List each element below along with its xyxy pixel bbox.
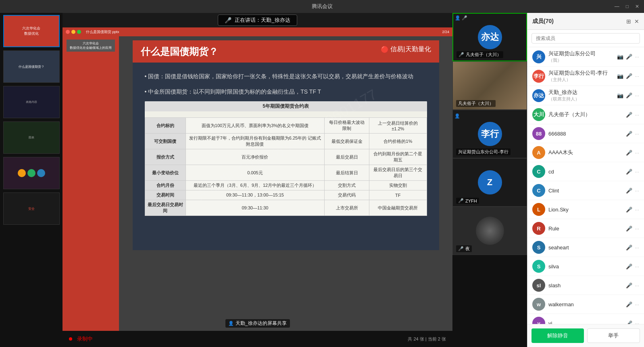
member-more-icon[interactable]: ···	[635, 320, 639, 324]
member-more-icon[interactable]: ···	[635, 282, 639, 288]
member-mic-icon[interactable]: 🎤	[626, 169, 632, 175]
member-mic-icon[interactable]: 🎤	[626, 73, 632, 79]
video-list: 亦达 🎤 凡夫俗子（大川） 👤 🎤 凡夫俗子（大川） 李行	[452, 13, 527, 347]
mic-icon-1: 🎤	[462, 15, 467, 21]
member-item: Sseaheart🎤···	[527, 238, 644, 257]
ppt-table-cell: 合约月份	[145, 181, 185, 190]
members-title: 成员(70)	[532, 18, 554, 25]
member-item: wwalkerman🎤···	[527, 295, 644, 314]
ppt-logo: 🔴 信易|天勤量化	[381, 45, 431, 54]
slide-thumb-5[interactable]	[3, 157, 60, 189]
member-mic-icon[interactable]: 🎤	[626, 188, 632, 194]
bottom-bar: 录制中 共 24 张 | 当前 2 张	[63, 331, 452, 347]
ppt-table-cell: 可交割国债	[145, 134, 185, 149]
members-controls: ⊞ ✕	[626, 18, 639, 25]
member-mic-icon[interactable]: 🎤	[626, 207, 632, 213]
members-search-input[interactable]	[531, 33, 640, 44]
member-mic-icon[interactable]: 🎤	[626, 112, 632, 118]
ppt-table-cell: 交易代码	[325, 190, 369, 200]
slides-panel: 六次华化会数据优化 什么是国债期货？ 表格内容 图表 安全	[0, 13, 63, 347]
member-avatar: sl	[532, 279, 545, 292]
member-avatar: R	[532, 222, 545, 235]
members-header: 成员(70) ⊞ ✕	[527, 13, 644, 30]
member-mic-icon[interactable]: 🎤	[626, 150, 632, 156]
maximize-button[interactable]: □	[624, 4, 630, 9]
minimize-button[interactable]: —	[613, 4, 621, 9]
speaking-indicator: 🎤 正在讲话：天勤_徐亦达	[218, 15, 297, 26]
member-avatar: 88	[532, 127, 545, 140]
member-name: slash	[548, 282, 623, 288]
ppt-table-cell: 最近的三个季月（3月、6月、9月、12月中的最近三个月循环）	[185, 181, 324, 190]
slide-thumb-2[interactable]: 什么是国债期货？	[3, 50, 60, 83]
slide-thumb-1[interactable]: 六次华化会数据优化	[3, 15, 60, 47]
members-layout-btn[interactable]: ⊞	[626, 18, 631, 25]
speaking-mic-icon: 🎤	[225, 17, 231, 23]
ppt-table-cell: 上一交易日结算价的±1.2%	[369, 118, 427, 134]
member-camera-icon[interactable]: 📷	[617, 54, 623, 60]
avatar-yida: 亦达	[478, 25, 502, 49]
member-mic-icon[interactable]: 🎤	[626, 263, 632, 270]
raise-hand-button[interactable]: 举手	[587, 328, 640, 343]
member-mic-icon[interactable]: 🎤	[626, 226, 632, 232]
member-more-icon[interactable]: ···	[635, 301, 639, 307]
title-bar: 腾讯会议 — □ ✕	[0, 0, 644, 13]
member-more-icon[interactable]: ···	[635, 150, 639, 156]
slide-thumb-4[interactable]: 图表	[3, 121, 60, 154]
member-more-icon[interactable]: ···	[635, 169, 639, 175]
ppt-table-cell: 实物交割	[369, 181, 427, 190]
members-close-btn[interactable]: ✕	[634, 18, 639, 25]
ppt-bullet-2: • 中金所国债期货：以不同到期时限国债为标的的金融衍生品，TS TF T	[145, 86, 427, 97]
member-more-icon[interactable]: ···	[635, 226, 639, 232]
member-more-icon[interactable]: ···	[635, 207, 639, 213]
ppt-table-container: 5年期国债期货合约表 合约标的面值为100万元人民币、票面利率为3%的名义中期国…	[145, 101, 427, 216]
app-filename: 什么是国债期货.pptx	[86, 29, 119, 35]
member-mic-icon[interactable]: 🎤	[626, 320, 632, 324]
member-mic-icon[interactable]: 🎤	[626, 92, 632, 98]
video-name-lixing: 兴证期货山东分公司-李行	[456, 148, 511, 155]
close-button[interactable]: ✕	[634, 4, 641, 9]
member-more-icon[interactable]: ···	[635, 245, 639, 251]
member-mic-icon[interactable]: 🎤	[626, 131, 632, 137]
member-avatar: 兴	[532, 50, 545, 63]
mic-icon-zyfh: 🎤	[458, 198, 464, 203]
slide-thumb-6[interactable]: 安全	[3, 192, 60, 225]
member-mic-icon[interactable]: 🎤	[626, 282, 632, 288]
center-area: 🎤 正在讲话：天勤_徐亦达 什么是国债期货.pptx 2/24 什么是国债	[63, 13, 452, 347]
member-more-icon[interactable]: ···	[635, 92, 639, 98]
video-name-ye: 🎤 夜	[456, 245, 472, 252]
slide-thumb-3[interactable]: 表格内容	[3, 86, 60, 118]
speaking-bar: 🎤 正在讲话：天勤_徐亦达	[63, 13, 452, 27]
ppt-table-cell: 最后交易日后的第三个交易日	[369, 165, 427, 181]
member-item: LLion.Sky🎤···	[527, 200, 644, 219]
member-item: CClint🎤···	[527, 181, 644, 200]
member-item: slslash🎤···	[527, 276, 644, 295]
members-list: 兴兴证期货山东分公司（我）📷🎤···李行兴证期货山东分公司-李行（主持人）📷🎤·…	[527, 47, 644, 324]
member-more-icon[interactable]: ···	[635, 112, 639, 118]
member-more-icon[interactable]: ···	[635, 188, 639, 194]
member-more-icon[interactable]: ···	[635, 263, 639, 270]
slide-panel-inner: 六次华化会数据优化在金融领域上的应用	[63, 36, 119, 331]
ppt-table-cell: 百元净价报价	[185, 149, 324, 165]
member-avatar: y	[532, 317, 545, 324]
member-more-icon[interactable]: ···	[635, 131, 639, 137]
ppt-table-cell: 0.005元	[185, 165, 324, 181]
member-camera-icon[interactable]: 📷	[617, 73, 623, 79]
members-panel: 成员(70) ⊞ ✕ 兴兴证期货山东分公司（我）📷🎤···李行兴证期货山东分公司…	[527, 13, 644, 347]
ppt-slide-area: 什么是国债期货？ 🔴 信易|天勤量化 • 国债：国债是借钱给国家，国家给你打一张…	[119, 36, 452, 331]
member-name: silva	[548, 263, 623, 270]
ppt-content: • 国债：国债是借钱给国家，国家给你打一张欠条，特殊性是这张欠条可以交易，交易就…	[145, 71, 427, 97]
ppt-table-cell: 最后交易日交易时间	[145, 200, 185, 216]
member-item: 大川凡夫俗子（大川）🎤···	[527, 105, 644, 124]
member-mic-icon[interactable]: 🎤	[626, 54, 632, 60]
unmute-all-button[interactable]: 解除静音	[531, 328, 584, 343]
member-more-icon[interactable]: ···	[635, 73, 639, 79]
member-name: 兴证期货山东分公司	[548, 50, 614, 57]
member-more-icon[interactable]: ···	[635, 54, 639, 60]
member-mic-icon[interactable]: 🎤	[626, 301, 632, 307]
recording-dot	[69, 337, 72, 341]
member-mic-icon[interactable]: 🎤	[626, 245, 632, 251]
ppt-table-cell: 最后交易日	[325, 149, 369, 165]
member-camera-icon[interactable]: 📷	[617, 92, 623, 98]
video-item-lixing: 李行 👤 兴证期货山东分公司-李行	[452, 110, 527, 158]
window-controls: — □ ✕	[613, 4, 641, 9]
